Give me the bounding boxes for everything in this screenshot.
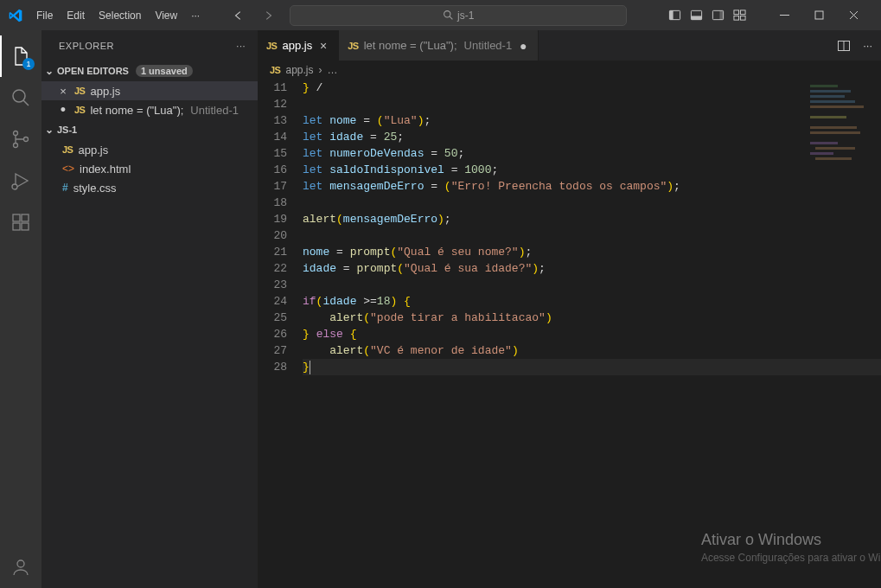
- file-name: app.js: [90, 85, 120, 98]
- minimap[interactable]: [803, 80, 881, 218]
- line-number: 23: [258, 277, 287, 293]
- activity-extensions-icon[interactable]: [0, 201, 41, 243]
- file-name: style.css: [73, 182, 117, 195]
- js-file-icon: JS: [270, 65, 280, 75]
- workspace-file-item[interactable]: #style.css: [41, 178, 258, 197]
- code-line[interactable]: alert("VC é menor de idade"): [303, 342, 881, 359]
- js-file-icon: JS: [348, 41, 358, 51]
- line-number: 28: [258, 359, 287, 375]
- line-number: 19: [258, 211, 287, 227]
- js-file-icon: JS: [266, 41, 277, 51]
- window-minimize-icon[interactable]: [767, 3, 801, 29]
- close-editor-icon[interactable]: ×: [57, 85, 69, 98]
- svg-point-20: [24, 137, 29, 142]
- editor-tabs: JSapp.js×JSlet nome = ("Lua");Untitled-1…: [258, 30, 881, 61]
- line-number: 13: [258, 112, 287, 129]
- svg-point-16: [13, 90, 25, 102]
- breadcrumb-suffix: …: [328, 64, 338, 76]
- workspace-header[interactable]: ⌄ JS-1: [41, 119, 258, 140]
- menu-selection[interactable]: Selection: [92, 6, 148, 25]
- code-line[interactable]: } else {: [303, 326, 881, 342]
- nav-back-icon[interactable]: [233, 10, 248, 22]
- split-editor-icon[interactable]: [837, 39, 851, 53]
- tab-label: let nome = ("Lua");: [364, 39, 457, 52]
- open-editors-header[interactable]: ⌄ OPEN EDITORS 1 unsaved: [41, 61, 258, 81]
- activity-search-icon[interactable]: [0, 77, 41, 118]
- editor-tab[interactable]: JSlet nome = ("Lua");Untitled-1●: [339, 30, 539, 61]
- code-line[interactable]: let numeroDeVendas = 50;: [303, 145, 881, 162]
- html-file-icon: <>: [62, 163, 74, 175]
- workspace-file-item[interactable]: JSapp.js: [41, 140, 258, 159]
- code-line[interactable]: let saldoIndisponivel = 1000;: [303, 162, 881, 178]
- code-lines[interactable]: } /let nome = ("Lua");let idade = 25;let…: [303, 80, 881, 588]
- js-file-icon: JS: [74, 105, 85, 115]
- activity-account-icon[interactable]: [0, 546, 41, 588]
- svg-rect-10: [734, 16, 739, 20]
- breadcrumb[interactable]: JS app.js › …: [258, 61, 881, 80]
- code-line[interactable]: } /: [303, 80, 881, 96]
- code-line[interactable]: let nome = ("Lua");: [303, 112, 881, 129]
- layout-left-icon[interactable]: [668, 9, 681, 22]
- tab-close-icon[interactable]: ×: [317, 39, 329, 53]
- svg-point-22: [12, 184, 17, 189]
- line-number: 24: [258, 293, 287, 310]
- code-editor[interactable]: 111213141516171819202122232425262728 } /…: [258, 80, 881, 588]
- code-line[interactable]: alert(mensagemDeErro);: [303, 211, 881, 227]
- vscode-logo-icon: [7, 7, 24, 24]
- svg-rect-13: [815, 11, 823, 19]
- line-number-gutter: 111213141516171819202122232425262728: [258, 80, 303, 588]
- menu-bar: File Edit Selection View ···: [29, 6, 207, 25]
- titlebar: File Edit Selection View ··· js-1: [0, 0, 881, 30]
- code-line[interactable]: [303, 96, 881, 112]
- activity-source-control-icon[interactable]: [0, 118, 41, 160]
- editor-group: JSapp.js×JSlet nome = ("Lua");Untitled-1…: [258, 30, 881, 588]
- file-name: app.js: [78, 144, 108, 157]
- layout-bottom-icon[interactable]: [690, 9, 703, 22]
- line-number: 16: [258, 162, 287, 178]
- menu-view[interactable]: View: [148, 6, 184, 25]
- code-line[interactable]: [303, 195, 881, 211]
- menu-file[interactable]: File: [29, 6, 60, 25]
- file-name: let nome = ("Lua");: [90, 104, 183, 117]
- line-number: 15: [258, 145, 287, 162]
- file-name: index.html: [80, 163, 131, 176]
- menu-edit[interactable]: Edit: [60, 6, 92, 25]
- line-number: 27: [258, 342, 287, 359]
- code-line[interactable]: [303, 227, 881, 244]
- command-search-input[interactable]: js-1: [290, 5, 627, 26]
- sidebar-title-row: EXPLORER ···: [41, 30, 258, 61]
- tab-more-icon[interactable]: ···: [863, 39, 872, 52]
- nav-forward-icon[interactable]: [262, 10, 278, 22]
- line-number: 12: [258, 96, 287, 112]
- svg-rect-8: [734, 10, 739, 15]
- layout-right-icon[interactable]: [712, 9, 725, 22]
- activity-explorer-icon[interactable]: 1: [0, 35, 41, 77]
- file-subtitle: Untitled-1: [190, 104, 239, 117]
- layout-customize-icon[interactable]: [733, 9, 746, 22]
- code-line[interactable]: }: [303, 359, 881, 375]
- css-file-icon: #: [62, 182, 68, 194]
- line-number: 26: [258, 326, 287, 342]
- svg-point-19: [14, 144, 18, 148]
- code-line[interactable]: nome = prompt("Qual é seu nome?");: [303, 244, 881, 260]
- svg-point-18: [14, 131, 18, 136]
- svg-rect-9: [740, 10, 745, 15]
- svg-rect-24: [13, 223, 20, 230]
- breadcrumb-file: app.js: [285, 64, 313, 76]
- code-line[interactable]: if(idade >=18) {: [303, 293, 881, 310]
- svg-line-1: [450, 16, 452, 19]
- code-line[interactable]: [303, 277, 881, 293]
- menu-overflow-icon[interactable]: ···: [184, 6, 207, 25]
- activity-debug-icon[interactable]: [0, 160, 41, 201]
- window-maximize-icon[interactable]: [801, 3, 836, 29]
- workspace-file-item[interactable]: <>index.html: [41, 159, 258, 178]
- code-line[interactable]: alert("pode tirar a habilitacao"): [303, 310, 881, 326]
- code-line[interactable]: let idade = 25;: [303, 129, 881, 145]
- sidebar-more-icon[interactable]: ···: [236, 41, 246, 51]
- window-close-icon[interactable]: [836, 3, 871, 29]
- code-line[interactable]: let mensagemDeErro = ("Erro! Preencha to…: [303, 178, 881, 195]
- editor-tab[interactable]: JSapp.js×: [258, 30, 339, 61]
- open-editor-item[interactable]: ×JSapp.js: [41, 81, 258, 100]
- open-editor-item[interactable]: •JSlet nome = ("Lua");Untitled-1: [41, 100, 258, 119]
- code-line[interactable]: idade = prompt("Qual é sua idade?");: [303, 260, 881, 277]
